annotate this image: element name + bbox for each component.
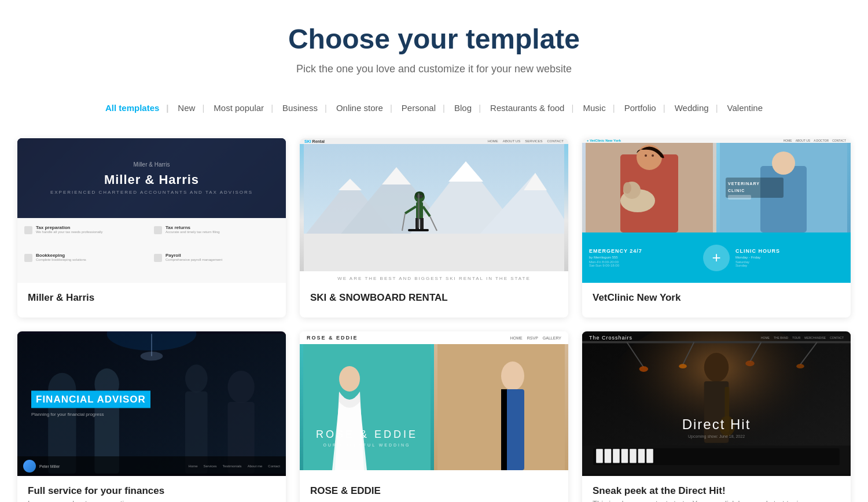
svg-point-50 (339, 366, 360, 392)
tab-wedding[interactable]: Wedding (665, 98, 718, 117)
svg-rect-78 (646, 449, 653, 463)
tab-blog[interactable]: Blog (445, 98, 481, 117)
template-card-crosshairs[interactable]: The Crosshairs HOME THE BAND TOUR MERCHA… (582, 331, 851, 502)
card1-service-icon-1 (24, 226, 32, 234)
rose-eddie-right-svg (434, 344, 568, 470)
card2-nav-contact: CONTACT (547, 139, 564, 143)
svg-rect-76 (630, 449, 637, 463)
template-info-crosshairs: Sneak peek at the Direct Hit! This is wh… (582, 476, 851, 502)
card2-tagline: WE ARE THE BEST AND BIGGEST SKI RENTAL I… (307, 276, 561, 281)
card2-nav-services: SERVICES (525, 139, 542, 143)
card3-photo-right: VETERINARY CLINIC (716, 143, 851, 232)
card1-service-title-3: Bookkeeping (36, 253, 86, 258)
page-header: Choose your template Pick the one you lo… (17, 23, 851, 75)
template-card-rose-eddie[interactable]: ROSE & EDDIE HOME RSVP GALLERY (300, 331, 568, 502)
card5-header-bar: ROSE & EDDIE HOME RSVP GALLERY (300, 331, 568, 344)
template-preview-financial-advisor: FINANCIAL ADVISOR Planning for your fina… (17, 331, 286, 476)
svg-point-29 (623, 182, 631, 194)
card6-nav-contact: CONTACT (830, 336, 844, 339)
svg-rect-36 (728, 195, 751, 200)
svg-rect-33 (726, 178, 784, 198)
card4-person-name: Peter Miller (39, 464, 60, 468)
tab-restaurants[interactable]: Restaurants & food (481, 98, 573, 117)
card3-nav-contact: CONTACT (832, 139, 846, 142)
card1-subtitle: EXPERIENCED CHARTERED ACCOUNTANTS AND TA… (50, 190, 253, 195)
page-container: Choose your template Pick the one you lo… (0, 0, 868, 502)
template-preview-ski-rental: SKI Rental HOME ABOUT US SERVICES CONTAC… (300, 138, 568, 283)
tab-all-templates[interactable]: All templates (96, 98, 168, 117)
card6-header-overlay: The Crosshairs HOME THE BAND TOUR MERCHA… (589, 335, 844, 341)
category-nav: All templates New Most popular Business … (17, 98, 851, 117)
tab-portfolio[interactable]: Portfolio (615, 98, 665, 117)
card4-avatar-circle (23, 460, 36, 473)
card4-content-overlay: FINANCIAL ADVISOR Planning for your fina… (31, 391, 150, 417)
card3-nav-services: A DOCTOR (814, 139, 829, 142)
card1-service-icon-4 (154, 254, 162, 262)
card2-nav-about: ABOUT US (503, 139, 521, 143)
card3-nav-home: HOME (784, 139, 792, 142)
svg-point-42 (185, 364, 208, 392)
svg-point-52 (501, 361, 524, 390)
card1-service-title-2: Tax returns (165, 225, 220, 230)
card5-left-panel: ROSE & EDDIE OUR COLORFUL WEDDING (300, 344, 434, 470)
card1-dark-section: Miller & Harris Miller & Harris EXPERIEN… (17, 138, 286, 218)
page-title: Choose your template (17, 23, 851, 55)
template-card-vet-clinic[interactable]: + VetClinic New York HOME ABOUT US A DOC… (582, 138, 851, 318)
svg-rect-9 (304, 234, 564, 271)
card3-emergency-title: EMERGENCY 24/7 (589, 248, 697, 254)
template-name-vet-clinic: VetClinic New York (593, 292, 840, 304)
svg-text:CLINIC: CLINIC (728, 189, 745, 193)
tab-personal[interactable]: Personal (392, 98, 445, 117)
template-name-ski-rental: SKI & SNOWBOARD RENTAL (310, 292, 558, 304)
card2-banner-section: WE ARE THE BEST AND BIGGEST SKI RENTAL I… (300, 271, 568, 283)
card1-service-1: Tax preparation We handle all your tax n… (24, 225, 149, 248)
tab-business[interactable]: Business (273, 98, 327, 117)
tab-music[interactable]: Music (573, 98, 615, 117)
card3-emergency-info: EMERGENCY 24/7 by Merrilogum 555 Mon-Fri… (589, 248, 697, 267)
card5-brand-label: ROSE & EDDIE (307, 335, 358, 341)
template-desc-financial-advisor: Learn more about my expertise (28, 499, 275, 502)
card5-right-panel (434, 344, 568, 470)
template-card-financial-advisor[interactable]: FINANCIAL ADVISOR Planning for your fina… (17, 331, 286, 502)
vet-photo-left-svg (582, 143, 716, 232)
card2-brand-ski: SKI Rental (304, 139, 325, 143)
card4-nav-about: About me (248, 464, 263, 468)
svg-text:VETERINARY: VETERINARY (728, 182, 760, 186)
template-info-ski-rental: SKI & SNOWBOARD RENTAL (300, 283, 568, 318)
template-card-miller-harris[interactable]: Miller & Harris Miller & Harris EXPERIEN… (17, 138, 286, 318)
card3-info-bar: EMERGENCY 24/7 by Merrilogum 555 Mon-Fri… (582, 232, 851, 283)
template-name-rose-eddie: ROSE & EDDIE (310, 485, 558, 497)
card6-brand-label: The Crosshairs (589, 335, 632, 341)
card3-emergency-phone: by Merrilogum 555 (589, 256, 697, 259)
template-preview-rose-eddie: ROSE & EDDIE HOME RSVP GALLERY (300, 331, 568, 476)
card4-nav-contact: Contact (268, 464, 280, 468)
card3-hours-info: CLINIC HOURS Monday - Friday Saturday Su… (735, 248, 844, 267)
card4-nav-services: Services (204, 464, 217, 468)
tab-valentine[interactable]: Valentine (718, 98, 772, 117)
card1-service-desc-2: Accurate and timely tax return filing (165, 230, 220, 235)
card5-wedding-title: ROSE & EDDIE OUR COLORFUL WEDDING (316, 429, 418, 447)
card5-nav-home: HOME (510, 336, 523, 340)
card1-service-desc-1: We handle all your tax needs professiona… (36, 230, 103, 235)
tab-most-popular[interactable]: Most popular (204, 98, 273, 117)
card6-title-overlay: Direct Hit Upcoming show: June 18, 2022 (682, 416, 751, 438)
tab-online-store[interactable]: Online store (327, 98, 392, 117)
tab-new[interactable]: New (168, 98, 204, 117)
templates-grid: Miller & Harris Miller & Harris EXPERIEN… (17, 138, 851, 502)
card1-service-text-3: Bookkeeping Complete bookkeeping solutio… (36, 253, 86, 263)
card3-logo: + VetClinic New York (587, 139, 621, 142)
svg-point-65 (679, 364, 687, 368)
card4-bottom-bar: Peter Miller Home Services Testimonials … (17, 456, 286, 476)
card3-hours-sun: Sunday (735, 264, 844, 267)
card2-nav-bar: SKI Rental HOME ABOUT US SERVICES CONTAC… (300, 138, 568, 144)
svg-rect-31 (760, 166, 807, 232)
card6-nav-home: HOME (761, 336, 770, 339)
template-card-ski-rental[interactable]: SKI Rental HOME ABOUT US SERVICES CONTAC… (300, 138, 568, 318)
card1-service-icon-2 (154, 226, 162, 234)
card5-couple-names: ROSE & EDDIE (316, 429, 418, 441)
svg-point-48 (141, 352, 163, 360)
svg-point-25 (645, 154, 647, 157)
svg-point-32 (772, 152, 795, 175)
ski-scene-svg (300, 144, 568, 271)
card1-service-text-4: Payroll Comprehensive payroll management (165, 253, 222, 263)
